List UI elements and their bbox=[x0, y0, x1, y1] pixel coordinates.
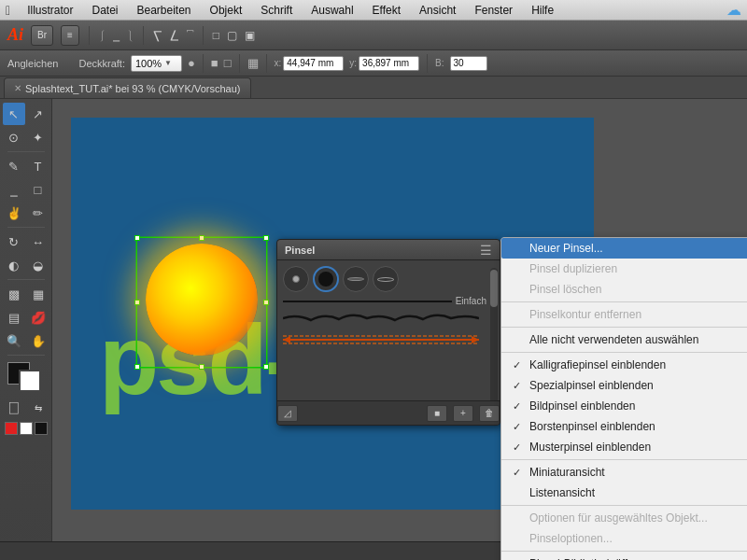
canvas-area[interactable]: psd-tut Pinsel ☰ bbox=[52, 99, 747, 560]
ctx-options-selected: Optionen für ausgewähltes Objekt... bbox=[501, 508, 747, 528]
main-toolbar: Ai Br ≡ ⎰ ⎯ ⎱ ⎲ ⎳ ⎴ □ ▢ ▣ bbox=[0, 21, 747, 50]
lasso-tool[interactable]: ⊙ bbox=[3, 126, 25, 148]
hand-tool[interactable]: ✋ bbox=[27, 329, 49, 352]
handle-tl[interactable] bbox=[134, 235, 140, 241]
transform-icon[interactable]: □ bbox=[213, 29, 219, 42]
black-swatch[interactable] bbox=[35, 422, 48, 435]
gradient-tool[interactable]: ▤ bbox=[3, 306, 25, 329]
blend-tool[interactable]: ◒ bbox=[27, 254, 49, 276]
stroke-color[interactable] bbox=[19, 370, 41, 392]
style-icon[interactable]: ● bbox=[188, 56, 195, 70]
handle-tm[interactable] bbox=[199, 235, 204, 241]
apple-logo[interactable]:  bbox=[6, 3, 10, 18]
type-tool[interactable]: T bbox=[27, 155, 49, 177]
handle-tr[interactable] bbox=[263, 235, 269, 241]
brush-thumb-2[interactable] bbox=[313, 266, 339, 292]
align-right-icon[interactable]: ⎱ bbox=[127, 29, 134, 42]
ctx-list-view[interactable]: Listenansicht bbox=[501, 483, 747, 503]
ctx-duplicate-brush: Pinsel duplizieren bbox=[501, 259, 747, 279]
ctx-new-brush[interactable]: Neuer Pinsel... bbox=[501, 238, 747, 259]
eyedropper-tool[interactable]: 💋 bbox=[27, 306, 49, 329]
align-center-icon[interactable]: ⎯ bbox=[113, 29, 120, 42]
line-tool[interactable]: ⎯ bbox=[3, 178, 25, 201]
warp-tool[interactable]: ◐ bbox=[3, 254, 25, 276]
distribute3-icon[interactable]: ⎴ bbox=[187, 29, 193, 42]
handle-br[interactable] bbox=[263, 364, 269, 370]
column-graph-tool[interactable]: ▩ bbox=[3, 283, 25, 305]
tool-row-9: ▤ 💋 bbox=[3, 306, 49, 329]
menu-fenster[interactable]: Fenster bbox=[472, 4, 514, 17]
transform2-icon[interactable]: ▢ bbox=[227, 29, 237, 42]
paintbrush-tool[interactable]: ✌ bbox=[3, 202, 25, 224]
ctx-show-art[interactable]: ✓ Bildpinsel einblenden bbox=[501, 396, 747, 416]
menu-auswahl[interactable]: Auswahl bbox=[309, 4, 355, 17]
opacity-dropdown[interactable]: 100% ▼ bbox=[131, 55, 182, 72]
selection-tool[interactable]: ↖ bbox=[3, 103, 25, 125]
panel-lib-icon[interactable]: ◿ bbox=[277, 405, 298, 422]
y-value[interactable]: 36,897 mm bbox=[359, 56, 419, 71]
ctx-thumbnail-view[interactable]: ✓ Miniaturansicht bbox=[501, 462, 747, 483]
handle-ml[interactable] bbox=[134, 300, 140, 305]
menu-datei[interactable]: Datei bbox=[90, 4, 120, 17]
ctx-open-library[interactable]: Pinsel-Bibliothek öffnen ▶ bbox=[501, 553, 747, 560]
mesh-tool[interactable]: ▦ bbox=[27, 283, 49, 305]
rotate-tool[interactable]: ↻ bbox=[3, 231, 25, 253]
tab-close-icon[interactable]: ✕ bbox=[14, 83, 21, 93]
tool-row-7: ◐ ◒ bbox=[3, 254, 49, 276]
panel-new-btn[interactable]: ■ bbox=[427, 405, 447, 422]
menu-effekt[interactable]: Effekt bbox=[371, 4, 402, 17]
ctx-delete-brush: Pinsel löschen bbox=[501, 279, 747, 300]
dropbox-icon[interactable]: ☁ bbox=[726, 1, 741, 19]
bridge-button[interactable]: Br bbox=[31, 25, 53, 46]
pencil-tool[interactable]: ✏ bbox=[27, 202, 49, 224]
menu-objekt[interactable]: Objekt bbox=[208, 4, 245, 17]
rect-tool[interactable]: □ bbox=[27, 178, 49, 201]
magic-wand-tool[interactable]: ✦ bbox=[27, 126, 49, 148]
panel-new-brush-btn[interactable]: + bbox=[453, 405, 473, 422]
brush-thumb-1[interactable] bbox=[283, 266, 309, 292]
panel-menu-button[interactable]: ☰ bbox=[480, 243, 492, 258]
white-swatch[interactable] bbox=[20, 422, 33, 435]
ctx-sep-2 bbox=[501, 327, 747, 328]
ctx-show-pattern[interactable]: ✓ Musterpinsel einblenden bbox=[501, 437, 747, 457]
grid-icon[interactable]: ▦ bbox=[247, 56, 259, 70]
x-value[interactable]: 44,947 mm bbox=[283, 56, 344, 71]
menu-bearbeiten[interactable]: Bearbeiten bbox=[135, 4, 193, 17]
brush-dot-dash bbox=[347, 277, 364, 281]
color-boxes[interactable] bbox=[6, 362, 47, 396]
zoom-tool[interactable]: 🔍 bbox=[3, 329, 25, 352]
handle-bl[interactable] bbox=[134, 364, 140, 370]
menu-schrift[interactable]: Schrift bbox=[259, 4, 294, 17]
handle-mr[interactable] bbox=[263, 300, 269, 305]
arrange2-icon[interactable]: ■ bbox=[211, 56, 218, 70]
panel-delete-btn[interactable]: 🗑 bbox=[479, 405, 500, 422]
transform3-icon[interactable]: ▣ bbox=[245, 29, 255, 42]
ctx-show-scatter[interactable]: ✓ Spezialpinsel einblenden bbox=[501, 375, 747, 396]
handle-bm[interactable] bbox=[199, 364, 204, 370]
red-swatch[interactable] bbox=[5, 422, 18, 435]
document-tab[interactable]: ✕ Splashtext_TUT.ai* bei 93 % (CMYK/Vors… bbox=[4, 77, 251, 98]
align-left-icon[interactable]: ⎰ bbox=[99, 29, 106, 42]
ctx-select-unused[interactable]: Alle nicht verwendeten auswählen bbox=[501, 329, 747, 350]
distribute2-icon[interactable]: ⎳ bbox=[170, 29, 179, 42]
panel-scrollbar[interactable] bbox=[490, 268, 498, 422]
menu-ansicht[interactable]: Ansicht bbox=[417, 4, 458, 17]
brush-thumb-3[interactable] bbox=[343, 266, 369, 292]
pen-tool[interactable]: ✎ bbox=[3, 155, 25, 177]
arrange3-icon[interactable]: □ bbox=[224, 56, 232, 70]
ctx-brush-options: Pinseloptionen... bbox=[501, 528, 747, 549]
ctx-show-bristle[interactable]: ✓ Borstenpinsel einblenden bbox=[501, 416, 747, 437]
brush-thumb-4[interactable] bbox=[373, 266, 399, 292]
arrange-button[interactable]: ≡ bbox=[61, 25, 79, 46]
swap-colors-icon[interactable]: ⇆ bbox=[27, 397, 49, 419]
ctx-show-calligraphy[interactable]: ✓ Kalligrafiepinsel einblenden bbox=[501, 355, 747, 375]
menu-hilfe[interactable]: Hilfe bbox=[529, 4, 556, 17]
none-icon[interactable]: ⎕ bbox=[3, 397, 25, 419]
w-value[interactable]: 30 bbox=[450, 56, 487, 71]
scale-tool[interactable]: ↔ bbox=[27, 231, 49, 253]
menu-illustrator[interactable]: Illustrator bbox=[25, 4, 75, 17]
panel-scrollbar-thumb[interactable] bbox=[490, 270, 498, 307]
direct-selection-tool[interactable]: ↗ bbox=[27, 103, 49, 125]
distribute-icon[interactable]: ⎲ bbox=[153, 29, 162, 42]
x-coord-field: x: 44,947 mm bbox=[275, 56, 345, 71]
